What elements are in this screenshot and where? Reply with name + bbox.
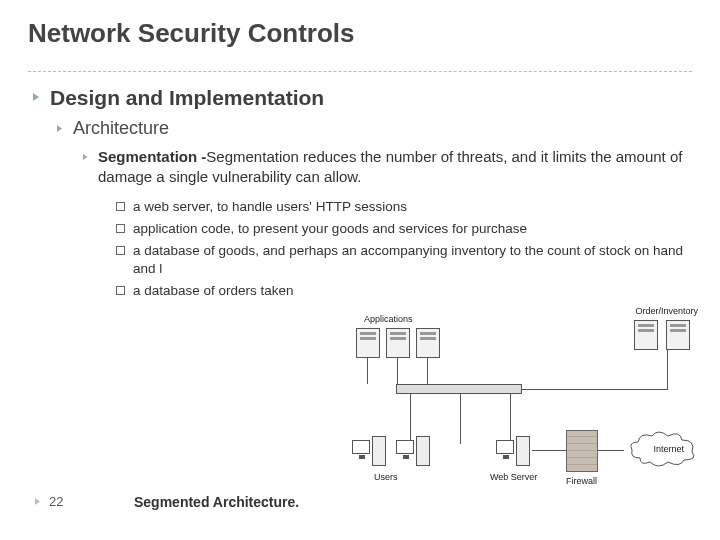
server-icon: [634, 320, 658, 350]
checkbox-icon: [116, 246, 125, 255]
label-applications: Applications: [364, 314, 413, 324]
label-internet: Internet: [653, 444, 684, 454]
figure-caption: Segmented Architecture.: [134, 494, 299, 510]
list-item: a web server, to handle users' HTTP sess…: [116, 198, 692, 216]
heading-architecture: Architecture: [73, 118, 169, 139]
checkbox-icon: [116, 286, 125, 295]
segmentation-label: Segmentation -: [98, 148, 206, 165]
server-icon: [416, 328, 440, 358]
server-icon: [666, 320, 690, 350]
item-text: application code, to present your goods …: [133, 220, 527, 238]
server-icon: [356, 328, 380, 358]
page-number: 22: [34, 492, 63, 510]
checkbox-icon: [116, 224, 125, 233]
firewall-icon: [566, 430, 598, 472]
label-firewall: Firewall: [566, 476, 597, 486]
segmentation-text: Segmentation -Segmentation reduces the n…: [98, 147, 692, 188]
tower-icon: [516, 436, 530, 466]
label-orderinv: Order/Inventory: [635, 306, 698, 316]
list-item: application code, to present your goods …: [116, 220, 692, 238]
checkbox-icon: [116, 202, 125, 211]
monitor-icon: [352, 440, 370, 454]
server-icon: [386, 328, 410, 358]
list-item: a database of goods, and perhaps an acco…: [116, 242, 692, 278]
arrow-icon: [32, 92, 42, 102]
slide-title: Network Security Controls: [28, 18, 692, 49]
switch-icon: [396, 384, 522, 394]
arrow-icon: [34, 492, 43, 510]
monitor-icon: [496, 440, 514, 454]
tower-icon: [416, 436, 430, 466]
label-webserver: Web Server: [490, 472, 537, 482]
item-text: a database of goods, and perhaps an acco…: [133, 242, 692, 278]
arrow-icon: [56, 124, 65, 133]
label-users: Users: [374, 472, 398, 482]
architecture-diagram: Applications Order/Inventory Users Web S…: [350, 314, 698, 494]
arrow-icon: [82, 153, 90, 161]
heading-design: Design and Implementation: [50, 86, 324, 110]
tower-icon: [372, 436, 386, 466]
monitor-icon: [396, 440, 414, 454]
divider: [28, 71, 692, 72]
item-text: a database of orders taken: [133, 282, 294, 300]
page-number-text: 22: [49, 494, 63, 509]
item-text: a web server, to handle users' HTTP sess…: [133, 198, 407, 216]
list-item: a database of orders taken: [116, 282, 692, 300]
